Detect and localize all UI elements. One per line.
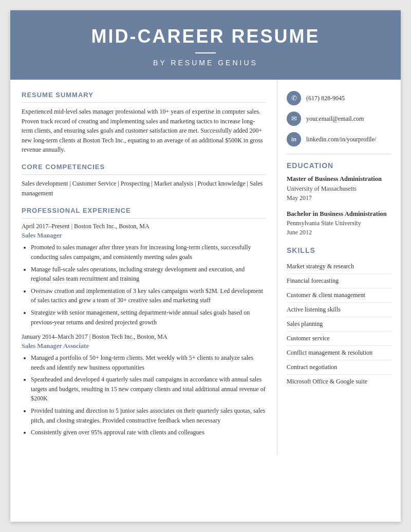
contact-email: ✉ your.email@email.com <box>287 112 391 126</box>
edu-2-school: Pennsylvania State University <box>287 218 391 228</box>
skills-list: Market strategy & research Financial for… <box>287 260 391 389</box>
edu-2-date: June 2012 <box>287 228 391 237</box>
resume-title: MID-CAREER RESUME <box>21 26 390 47</box>
exp-1-bullet-4: Strategize with senior management, setti… <box>31 308 266 327</box>
exp-1-bullet-3: Oversaw creation and implementation of 3… <box>31 286 266 305</box>
exp-2-bullet-3: Provided training and direction to 5 jun… <box>31 406 266 425</box>
exp-2-bullets: Managed a portfolio of 50+ long-term cli… <box>31 353 266 437</box>
exp-2-role: Sales Manager Associate <box>22 342 266 350</box>
edu-entry-1: Master of Business Administration Univer… <box>287 175 391 203</box>
exp-2-bullet-2: Spearheaded and developed 4 quarterly sa… <box>31 375 266 403</box>
resume-header: MID-CAREER RESUME BY RESUME GENIUS <box>10 10 401 80</box>
edu-1-degree: Master of Business Administration <box>287 175 391 184</box>
phone-text: (617) 828-9045 <box>306 95 345 102</box>
email-icon: ✉ <box>287 112 301 126</box>
skill-5: Sales planning <box>287 317 391 332</box>
header-divider <box>195 52 216 53</box>
linkedin-icon: in <box>287 132 301 146</box>
skill-4: Active listening skills <box>287 303 391 317</box>
skill-7: Conflict management & resolution <box>287 346 391 360</box>
experience-divider <box>22 218 266 218</box>
summary-section-title: RESUME SUMMARY <box>22 91 266 99</box>
experience-entry-1: April 2017–Present | Boston Tech Inc., B… <box>22 223 266 327</box>
exp-1-bullets: Promoted to sales manager after three ye… <box>31 243 266 327</box>
skill-8: Contract negotiation <box>287 360 391 375</box>
exp-2-bullet-1: Managed a portfolio of 50+ long-term cli… <box>31 353 266 372</box>
skill-3: Customer & client management <box>287 288 391 303</box>
resume-container: MID-CAREER RESUME BY RESUME GENIUS RESUM… <box>10 10 401 522</box>
skill-9: Microsoft Office & Google suite <box>287 375 391 389</box>
contact-divider <box>287 154 391 154</box>
body-layout: RESUME SUMMARY Experienced mid-level sal… <box>10 80 401 455</box>
skills-section-title: SKILLS <box>287 246 391 254</box>
phone-icon: ✆ <box>287 91 301 105</box>
competencies-text: Sales development | Customer Service | P… <box>22 179 266 198</box>
exp-1-date: April 2017–Present | Boston Tech Inc., B… <box>22 223 266 230</box>
exp-2-date: January 2014–March 2017 | Boston Tech In… <box>22 333 266 341</box>
contact-linkedin: in linkedin.com/in/yourprofile/ <box>287 132 391 146</box>
exp-2-bullet-4: Consistently given over 95% approval rat… <box>31 428 266 437</box>
edu-1-date: May 2017 <box>287 193 391 203</box>
email-text: your.email@email.com <box>306 115 364 123</box>
competencies-section-title: CORE COMPETENCIES <box>22 163 266 171</box>
contact-phone: ✆ (617) 828-9045 <box>287 91 391 105</box>
exp-1-role: Sales Manager <box>22 232 266 240</box>
experience-entry-2: January 2014–March 2017 | Boston Tech In… <box>22 333 266 437</box>
left-column: RESUME SUMMARY Experienced mid-level sal… <box>10 80 277 455</box>
summary-text: Experienced mid-level sales manager prof… <box>22 107 266 155</box>
skill-2: Financial forecasting <box>287 274 391 288</box>
summary-divider <box>22 102 266 103</box>
competencies-divider <box>22 174 266 175</box>
edu-2-degree: Bachelor in Business Administration <box>287 210 391 219</box>
skill-1: Market strategy & research <box>287 260 391 274</box>
right-column: ✆ (617) 828-9045 ✉ your.email@email.com … <box>277 80 401 455</box>
experience-section-title: PROFESSIONAL EXPERIENCE <box>22 207 266 214</box>
exp-1-bullet-2: Manage full-scale sales operations, incl… <box>31 265 266 284</box>
skill-6: Customer service <box>287 332 391 346</box>
linkedin-text: linkedin.com/in/yourprofile/ <box>306 136 376 143</box>
education-section-title: EDUCATION <box>287 161 391 170</box>
resume-subtitle: BY RESUME GENIUS <box>21 59 390 67</box>
edu-entry-2: Bachelor in Business Administration Penn… <box>287 210 391 237</box>
exp-1-bullet-1: Promoted to sales manager after three ye… <box>31 243 266 262</box>
edu-1-school: University of Massachusetts <box>287 184 391 193</box>
